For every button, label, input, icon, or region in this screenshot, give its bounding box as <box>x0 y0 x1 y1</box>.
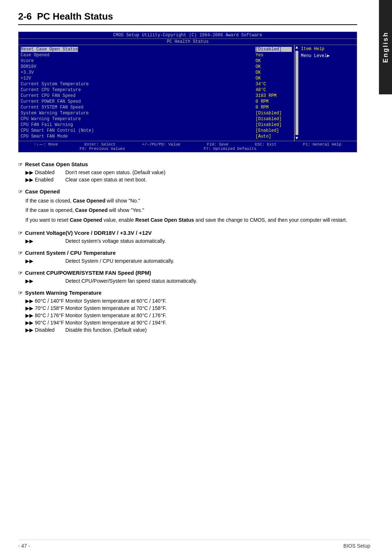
scroll-thumb[interactable] <box>295 51 298 135</box>
desc-section-current-cpu-fan-speed: ☞Current CPU/POWER/SYSTEM FAN Speed (RPM… <box>18 270 357 284</box>
bios-footer: ↑↓→←: Move Enter: Select +/-/PU/PD: Valu… <box>19 141 357 152</box>
bios-row-label: +12V <box>21 76 31 81</box>
bios-title: CMOS Setup Utility-Copyright (C) 1984-20… <box>19 32 357 39</box>
bios-row-value: 0 RPM <box>256 105 292 110</box>
bios-row[interactable]: +12VOK <box>21 75 292 81</box>
desc-sub-item: ▶▶Detect CPU/Power/System fan speed stat… <box>18 278 357 284</box>
desc-sub-text: Monitor System temperature at 60°C / 140… <box>65 298 167 304</box>
bios-row[interactable]: System Warning Temperature[Disabled] <box>21 110 292 116</box>
scroll-down-icon[interactable]: ▼ <box>295 136 298 141</box>
desc-heading-text: Current Voltage(V) Vcore / DDR18V / +3.3… <box>25 230 152 236</box>
desc-sub-item: ▶▶ DisabledDisable this function. (Defau… <box>18 327 357 333</box>
desc-sub-item: ▶▶ 80°C / 176°FMonitor System temperatur… <box>18 312 357 318</box>
desc-section-system-warning-temp: ☞System Warning Temperature▶▶ 60°C / 140… <box>18 290 357 333</box>
bios-row-value: Yes <box>256 53 292 58</box>
bios-row-value: OK <box>256 76 292 81</box>
bios-row-value: OK <box>256 70 292 75</box>
scroll-up-icon[interactable]: ▲ <box>295 45 298 50</box>
section-arrow-icon: ☞ <box>18 250 23 256</box>
bios-row-label: Vcore <box>21 58 34 64</box>
desc-paragraph: If the case is closed, Case Opened will … <box>18 197 357 205</box>
bios-row[interactable]: Current SYSTEM FAN Speed0 RPM <box>21 105 292 110</box>
desc-section-current-voltage: ☞Current Voltage(V) Vcore / DDR18V / +3.… <box>18 230 357 244</box>
desc-sub-label: ▶▶ <box>25 238 65 244</box>
desc-heading: ☞Current Voltage(V) Vcore / DDR18V / +3.… <box>18 230 357 236</box>
bios-row[interactable]: +3.3VOK <box>21 70 292 75</box>
desc-sub-item: ▶▶ DisabledDon't reset case open status.… <box>18 169 357 175</box>
desc-sub-text: Disable this function. (Default value) <box>65 327 147 333</box>
section-arrow-icon: ☞ <box>18 162 23 167</box>
section-title: 2-6 PC Health Status <box>18 11 357 25</box>
bios-row[interactable]: Current CPU FAN Speed3183 RPM <box>21 93 292 99</box>
bios-row-value: 3183 RPM <box>256 93 292 98</box>
page-number: - 47 - <box>18 543 30 549</box>
bios-row-label: CPU Warning Temperature <box>21 116 81 122</box>
bios-row[interactable]: Current CPU Temperature48°C <box>21 87 292 93</box>
desc-heading: ☞Current System / CPU Temperature <box>18 250 357 256</box>
bios-row-label: System Warning Temperature <box>21 111 89 116</box>
bios-screenshot: CMOS Setup Utility-Copyright (C) 1984-20… <box>18 32 357 152</box>
desc-sub-item: ▶▶ 60°C / 140°FMonitor System temperatur… <box>18 298 357 304</box>
bios-row[interactable]: CPU Smart FAN Mode[Auto] <box>21 134 292 139</box>
bios-row-label: CPU Smart FAN Control (Note) <box>21 128 94 133</box>
bios-row-label: Current System Temperature <box>21 82 89 87</box>
bios-help-area: Item Help Menu Level▶ <box>299 45 357 141</box>
desc-section-reset-case-open-status: ☞Reset Case Open Status▶▶ DisabledDon't … <box>18 161 357 183</box>
bios-scrollbar[interactable]: ▲ ▼ <box>294 45 299 141</box>
bios-row[interactable]: CPU Warning Temperature[Disabled] <box>21 116 292 122</box>
english-tab: English <box>379 0 392 94</box>
bios-row-value: [Enabled] <box>256 128 292 133</box>
desc-sub-item: ▶▶ EnabledClear case open status at next… <box>18 177 357 183</box>
menu-level-label: Menu Level▶ <box>301 53 355 58</box>
bios-row[interactable]: Current System Temperature34°C <box>21 81 292 87</box>
bios-row-value: [Disabled] <box>256 47 292 52</box>
desc-heading: ☞Case Opened <box>18 188 357 195</box>
section-arrow-icon: ☞ <box>18 189 23 195</box>
bios-row-label: Current POWER FAN Speed <box>21 99 81 104</box>
bios-row-label: Current CPU Temperature <box>21 87 81 93</box>
bios-row-value: OK <box>256 64 292 69</box>
desc-sub-item: ▶▶Detect System / CPU temperature automa… <box>18 258 357 264</box>
section-arrow-icon: ☞ <box>18 270 23 276</box>
desc-heading: ☞System Warning Temperature <box>18 290 357 296</box>
bios-row[interactable]: DDR18VOK <box>21 64 292 70</box>
desc-sub-text: Detect CPU/Power/System fan speed status… <box>65 278 197 284</box>
desc-heading-text: Current CPU/POWER/SYSTEM FAN Speed (RPM) <box>25 270 151 276</box>
bios-row-value: 0 RPM <box>256 99 292 104</box>
item-help-label: Item Help <box>301 46 355 52</box>
bios-row-value: 34°C <box>256 82 292 87</box>
desc-heading-text: Reset Case Open Status <box>25 161 88 167</box>
desc-sub-text: Monitor System temperature at 70°C / 158… <box>65 305 167 311</box>
bios-row-label: CPU FAN Fail Warning <box>21 122 73 127</box>
desc-sub-text: Detect System / CPU temperature automati… <box>65 258 174 264</box>
desc-sub-label: ▶▶ <box>25 278 65 284</box>
bios-row-value: [Disabled] <box>256 111 292 116</box>
desc-sub-label: ▶▶ 60°C / 140°F <box>25 298 65 304</box>
desc-sub-item: ▶▶ 90°C / 194°FMonitor System temperatur… <box>18 320 357 326</box>
bios-setup-label: BIOS Setup <box>343 543 370 549</box>
bios-rows: Reset Case Open Status[Disabled]Case Ope… <box>21 46 292 139</box>
desc-sub-item: ▶▶Detect system's voltage status automat… <box>18 238 357 244</box>
desc-sub-label: ▶▶ Disabled <box>25 169 65 175</box>
bios-row-label: Case Opened <box>21 53 49 58</box>
bios-subtitle: PC Health Status <box>19 39 357 45</box>
desc-sub-label: ▶▶ 90°C / 194°F <box>25 320 65 326</box>
bios-row[interactable]: Reset Case Open Status[Disabled] <box>21 46 292 52</box>
desc-sub-item: ▶▶ 70°C / 158°FMonitor System temperatur… <box>18 305 357 311</box>
section-arrow-icon: ☞ <box>18 290 23 296</box>
bios-row[interactable]: Current POWER FAN Speed0 RPM <box>21 99 292 105</box>
bios-row-value: [Disabled] <box>256 116 292 122</box>
desc-paragraph: If the case is opened, Case Opened will … <box>18 206 357 214</box>
desc-sub-label: ▶▶ Enabled <box>25 177 65 183</box>
bios-row[interactable]: VcoreOK <box>21 58 292 64</box>
bios-row[interactable]: Case OpenedYes <box>21 52 292 58</box>
bios-row-label: Reset Case Open Status <box>21 47 78 52</box>
desc-heading-text: Current System / CPU Temperature <box>25 250 116 256</box>
desc-heading: ☞Reset Case Open Status <box>18 161 357 167</box>
bios-row[interactable]: CPU FAN Fail Warning[Disabled] <box>21 122 292 128</box>
desc-sub-label: ▶▶ <box>25 258 65 264</box>
desc-sub-label: ▶▶ 70°C / 158°F <box>25 305 65 311</box>
bios-row-label: Current CPU FAN Speed <box>21 93 75 98</box>
desc-heading-text: Case Opened <box>25 188 60 195</box>
bios-row[interactable]: CPU Smart FAN Control (Note)[Enabled] <box>21 128 292 134</box>
